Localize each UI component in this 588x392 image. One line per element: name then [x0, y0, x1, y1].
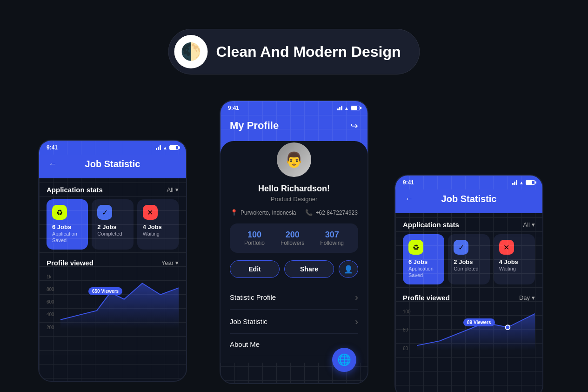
stat-label-waiting-right: Waiting	[499, 265, 529, 272]
viewer-badge-left: 650 Viewers	[88, 287, 122, 295]
menu-item-statistic[interactable]: Statistic Profile	[230, 285, 358, 310]
wifi-icon-center: ▲	[344, 106, 349, 111]
stat-label-saved-right: ApplicationSaved	[408, 265, 439, 279]
chevron-job	[355, 316, 358, 327]
chart-area-right: 100 80 60 89 Viewers	[403, 309, 535, 360]
more-options-button[interactable]: 👤	[339, 260, 358, 278]
profile-phone: 📞 +62 8472274923	[305, 209, 357, 216]
stat-number-waiting: 4 Jobs	[143, 223, 173, 230]
status-icons-right: ▲	[512, 180, 535, 185]
chart-svg-left	[60, 274, 179, 329]
header-pill: 🌓 Clean And Modern Design	[168, 29, 420, 74]
user-plus-icon: 👤	[344, 265, 353, 274]
status-bar-left: 9:41 ▲	[39, 141, 186, 155]
share-button[interactable]: Share	[284, 260, 334, 278]
stat-icon-saved: ♻	[52, 205, 67, 220]
profile-section-header-right: Profile viewed Day	[403, 294, 535, 302]
stat-number-waiting-right: 4 Jobs	[499, 258, 529, 265]
stat-icon-completed: ✓	[97, 205, 112, 220]
stats-section-header: Application stats All	[47, 186, 179, 194]
portfolio-stat: 100 Portfolio	[244, 230, 265, 246]
logout-icon[interactable]: ↪	[350, 120, 358, 131]
stat-card-saved-right[interactable]: ♻ 6 Jobs ApplicationSaved	[403, 234, 444, 284]
stat-card-waiting-right[interactable]: ✕ 4 Jobs Waiting	[494, 234, 535, 284]
stat-label-waiting: Waiting	[143, 230, 173, 237]
avatar-wrap: 👨	[230, 141, 358, 178]
stat-label-completed-right: Completed	[454, 265, 484, 272]
stats-grid-left: ♻ 6 Jobs ApplicationSaved ✓ 2 Jobs Compl…	[47, 199, 179, 250]
content-left: Application stats All ♻ 6 Jobs Applicati…	[39, 178, 186, 347]
following-val: 307	[320, 230, 344, 240]
portfolio-label: Portfolio	[244, 240, 265, 246]
phone-icon: 📞	[305, 209, 313, 216]
stat-card-waiting[interactable]: ✕ 4 Jobs Waiting	[137, 199, 179, 250]
stat-label-saved: ApplicationSaved	[52, 230, 82, 244]
stats-section-title: Application stats	[47, 186, 103, 194]
profile-filter-btn-right[interactable]: Day	[519, 294, 535, 301]
battery-icon-center	[351, 106, 360, 110]
status-icons-center: ▲	[337, 106, 360, 111]
profile-name: Hello Richardson!	[230, 184, 358, 194]
phone-right: 9:41 ▲ ← Job Statistic Application stats…	[394, 175, 543, 392]
header-bar-right: ← Job Statistic	[395, 189, 542, 213]
back-button-left[interactable]: ←	[48, 159, 57, 169]
globe-icon: 🌐	[337, 353, 351, 366]
logo-icon: 🌓	[180, 42, 201, 61]
fab-globe-button[interactable]: 🌐	[332, 348, 356, 372]
status-bar-right: 9:41 ▲	[395, 176, 542, 189]
following-stat: 307 Following	[320, 230, 344, 246]
profile-info-row: 📍 Purwokerto, Indonesia 📞 +62 8472274923	[230, 209, 358, 216]
menu-item-job[interactable]: Job Statistic	[230, 310, 358, 334]
wifi-icon-right: ▲	[519, 180, 524, 185]
stat-icon-waiting: ✕	[143, 205, 158, 220]
content-right: Application stats All ♻ 6 Jobs Applicati…	[395, 213, 542, 368]
battery-icon	[169, 145, 179, 150]
app-title: Clean And Modern Design	[216, 43, 401, 61]
stat-number-saved: 6 Jobs	[52, 223, 82, 230]
time-right: 9:41	[403, 179, 414, 186]
signal-icon	[156, 145, 161, 150]
chart-labels-right: 100 80 60	[403, 309, 411, 351]
time-center: 9:41	[228, 105, 239, 111]
profile-card: 👨 Hello Richardson! Product Designer 📍 P…	[220, 141, 368, 363]
chart-svg-right	[417, 309, 535, 350]
chart-labels-left: 1k 800 600 400 200	[47, 274, 54, 330]
header-bar-left: ← Job Statistic	[39, 155, 186, 178]
app-logo: 🌓	[174, 35, 207, 68]
my-profile-title: My Profile	[230, 120, 279, 132]
stat-label-completed: Completed	[97, 230, 127, 237]
wifi-icon: ▲	[163, 145, 167, 150]
signal-icon-right	[512, 180, 517, 185]
stat-card-saved[interactable]: ♻ 6 Jobs ApplicationSaved	[47, 199, 88, 250]
screen-title-right: Job Statistic	[441, 194, 497, 204]
followers-label: Followers	[281, 240, 304, 246]
location-icon: 📍	[230, 209, 238, 216]
battery-icon-right	[526, 180, 535, 185]
phone-left: 9:41 ▲ ← Job Statistic Application stats…	[38, 140, 187, 382]
stat-number-saved-right: 6 Jobs	[408, 258, 439, 265]
profile-role: Product Designer	[230, 196, 358, 203]
profile-section-title: Profile viewed	[47, 259, 94, 267]
profile-stats-row: 100 Portfolio 200 Followers 307 Followin…	[230, 223, 358, 253]
stats-filter-btn[interactable]: All	[167, 186, 179, 193]
status-icons-left: ▲	[156, 145, 179, 150]
stat-icon-saved-right: ♻	[408, 240, 423, 255]
stats-section-header-right: Application stats All	[403, 221, 535, 229]
stats-filter-btn-right[interactable]: All	[523, 221, 535, 228]
status-bar-center: 9:41 ▲	[220, 101, 368, 115]
followers-stat: 200 Followers	[281, 230, 304, 246]
stat-card-completed-right[interactable]: ✓ 2 Jobs Completed	[448, 234, 489, 284]
portfolio-val: 100	[244, 230, 265, 240]
back-button-right[interactable]: ←	[405, 194, 413, 204]
profile-filter-btn[interactable]: Year	[161, 259, 179, 266]
edit-button[interactable]: Edit	[230, 260, 280, 278]
menu-items: Statistic Profile Job Statistic About Me	[230, 285, 358, 355]
stats-grid-right: ♻ 6 Jobs ApplicationSaved ✓ 2 Jobs Compl…	[403, 234, 535, 284]
stat-card-completed[interactable]: ✓ 2 Jobs Completed	[92, 199, 133, 250]
screen-title-left: Job Statistic	[85, 159, 140, 169]
following-label: Following	[320, 240, 344, 246]
stat-icon-completed-right: ✓	[454, 240, 468, 255]
stats-section-title-right: Application stats	[403, 221, 459, 229]
profile-section-header: Profile viewed Year	[47, 259, 179, 267]
stat-number-completed: 2 Jobs	[97, 223, 127, 230]
